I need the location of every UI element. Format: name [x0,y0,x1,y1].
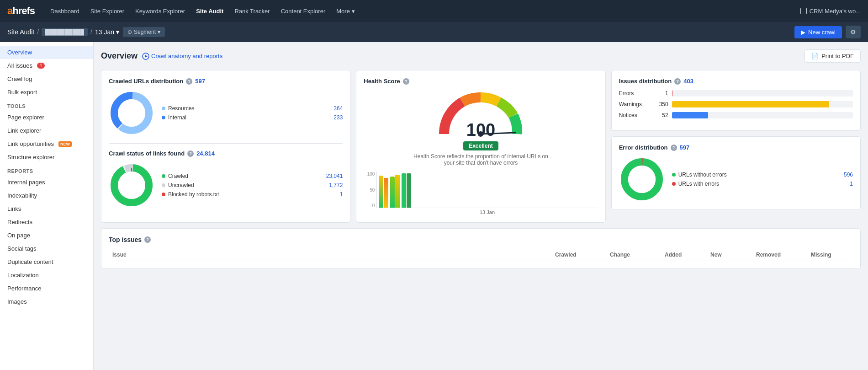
sidebar-item-overview[interactable]: Overview [0,46,93,59]
internal-dot [162,116,165,119]
with-errors-value[interactable]: 1 [850,181,853,187]
sidebar-item-links[interactable]: Links [0,202,93,215]
link-opportunities-badge: NEW [58,141,72,147]
crawl-anatomy-link[interactable]: Crawl anatomy and reports [142,53,222,60]
workspace-icon [800,8,807,14]
chevron-down-icon: ▾ [352,8,355,15]
bar-group-1 [379,176,388,208]
crawled-urls-legend: Resources 364 Internal 233 [162,104,343,122]
nav-dashboard[interactable]: Dashboard [46,5,84,17]
page-title: Overview [101,51,138,61]
bar-1b [384,178,388,208]
error-distribution-total: 597 [680,144,690,151]
sidebar-item-crawl-log[interactable]: Crawl log [0,72,93,86]
sidebar-item-duplicate-content[interactable]: Duplicate content [0,255,93,268]
crawled-urls-donut [109,90,154,136]
settings-button[interactable]: ⚙ [846,26,861,38]
nav-site-audit[interactable]: Site Audit [191,5,228,17]
nav-content-explorer[interactable]: Content Explorer [276,5,330,17]
health-score-title-row: Health Score ? [364,78,598,85]
legend-item-no-errors: URLs without errors 596 [672,170,853,179]
error-distribution-help-icon[interactable]: ? [671,145,677,151]
sidebar-item-performance[interactable]: Performance [0,282,93,295]
top-issues-table-header: Issue Crawled Change Added New Removed M… [109,249,853,261]
blocked-value[interactable]: 1 [340,191,343,198]
bar-3b [407,173,411,208]
crawled-urls-donut-svg [109,90,154,136]
resources-value[interactable]: 364 [333,105,343,112]
print-to-pdf-button[interactable]: 📄 Print to PDF [804,49,861,63]
sidebar-item-redirects[interactable]: Redirects [0,215,93,229]
logo-text: ahrefs [7,5,35,16]
issues-distribution-help-icon[interactable]: ? [674,78,681,85]
crawl-status-help-icon[interactable]: ? [187,150,194,157]
top-issues-help-icon[interactable]: ? [144,236,151,243]
health-y-axis: 100 50 0 [364,172,375,208]
sidebar-item-on-page[interactable]: On page [0,229,93,242]
uncrawled-value[interactable]: 1,772 [329,182,343,188]
col-new: New [707,252,752,258]
sidebar-item-social-tags[interactable]: Social tags [0,242,93,255]
issues-distribution-card: Issues distribution ? 403 Errors 1 Warni… [611,70,861,131]
health-score-help-icon[interactable]: ? [403,78,409,85]
right-column: Issues distribution ? 403 Errors 1 Warni… [611,70,861,223]
crawled-urls-help-icon[interactable]: ? [186,78,192,85]
date-selector[interactable]: 13 Jan ▾ [95,28,119,36]
bar-2b [395,175,400,208]
logo[interactable]: ahrefs [7,5,35,17]
sidebar-item-localization[interactable]: Localization [0,268,93,282]
nav-keywords-explorer[interactable]: Keywords Explorer [131,5,190,17]
bar-group-3 [402,173,411,208]
breadcrumb-site-audit[interactable]: Site Audit [7,28,34,36]
segment-button[interactable]: ⊙ Segment ▾ [123,27,165,37]
sidebar-item-structure-explorer[interactable]: Structure explorer [0,150,93,164]
health-bars-container: 13 Jan [376,172,598,215]
breadcrumb-actions: ▶ New crawl ⚙ [794,26,861,38]
resources-dot [162,107,165,110]
play-icon: ▶ [801,29,805,36]
crawled-value[interactable]: 23,041 [326,173,343,179]
col-removed: Removed [752,252,807,258]
col-added: Added [661,252,707,258]
crawl-status-total: 24,814 [196,150,215,157]
errors-bar-container [672,90,853,97]
reports-section-label: Reports [0,164,93,176]
internal-value[interactable]: 233 [333,114,343,121]
error-distribution-donut [619,156,665,202]
health-chart-area: 100 50 0 [364,172,598,215]
sidebar-item-link-opportunities[interactable]: Link opportunities NEW [0,137,93,150]
nav-more[interactable]: More ▾ [332,5,360,17]
errors-row: Errors 1 [619,90,853,97]
sidebar: Overview All issues 1 Crawl log Bulk exp… [0,42,94,370]
nav-rank-tracker[interactable]: Rank Tracker [230,5,274,17]
sidebar-item-images[interactable]: Images [0,295,93,308]
bar-3a [402,173,406,208]
no-errors-dot [672,173,676,177]
legend-item-internal: Internal 233 [162,113,343,122]
no-errors-value[interactable]: 596 [844,172,853,178]
warnings-bar [672,101,829,107]
cards-row: Crawled URLs distribution ? 597 [101,70,861,223]
sidebar-item-internal-pages[interactable]: Internal pages [0,176,93,189]
nav-site-explorer[interactable]: Site Explorer [86,5,129,17]
workspace-selector[interactable]: CRM Medya's wo... [800,8,861,15]
sidebar-item-bulk-export[interactable]: Bulk export [0,86,93,99]
health-score-title: Health Score [364,78,400,85]
sidebar-item-indexability[interactable]: Indexability [0,189,93,202]
all-issues-badge: 1 [37,63,45,69]
sidebar-item-all-issues[interactable]: All issues 1 [0,59,93,72]
col-crawled: Crawled [551,252,606,258]
chevron-down-icon: ▾ [116,28,119,36]
new-crawl-button[interactable]: ▶ New crawl [794,26,842,38]
crawl-status-chart-row: Crawled 23,041 Uncrawled 1,772 [109,162,343,208]
sidebar-item-page-explorer[interactable]: Page explorer [0,111,93,124]
health-score-number: 100 [466,121,495,139]
col-issue: Issue [109,252,551,258]
sidebar-item-link-explorer[interactable]: Link explorer [0,124,93,137]
error-distribution-donut-svg [619,156,665,202]
breadcrumb-url: ██████████ [42,28,88,36]
page-header: Overview Crawl anatomy and reports 📄 Pri… [101,49,861,63]
page-header-left: Overview Crawl anatomy and reports [101,51,222,61]
bar-1a [379,176,383,208]
health-score-badge: Excellent [463,141,498,150]
